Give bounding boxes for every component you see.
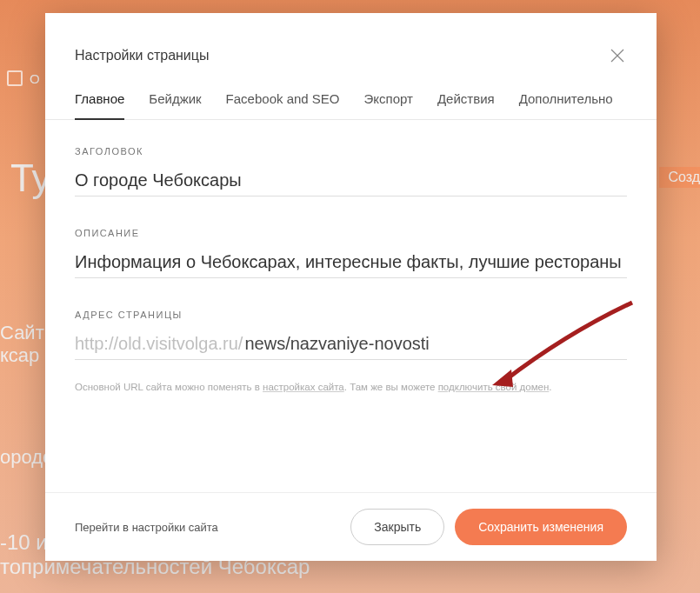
tab-export[interactable]: Экспорт — [364, 91, 413, 119]
tab-badge[interactable]: Бейджик — [149, 91, 201, 119]
go-to-site-settings-link[interactable]: Перейти в настройки сайта — [75, 521, 340, 534]
modal-title: Настройки страницы — [75, 48, 209, 63]
field-page-url: АДРЕС СТРАНИЦЫ http://old.visitvolga.ru/ — [75, 310, 627, 360]
hint-text-2: . Там же вы можете — [344, 382, 438, 392]
hint-link-connect-domain[interactable]: подключить свой домен — [438, 382, 550, 392]
bg-publish-fragment: О — [7, 71, 40, 88]
field-page-url-input[interactable] — [244, 329, 627, 359]
bg-create-fragment: Созд — [659, 167, 700, 188]
hint-text-3: . — [549, 382, 551, 392]
close-button[interactable]: Закрыть — [350, 509, 444, 545]
tab-additional[interactable]: Дополнительно — [519, 91, 613, 119]
modal-tabs: Главное Бейджик Facebook and SEO Экспорт… — [45, 65, 657, 120]
close-icon — [610, 48, 625, 63]
bg-site-fragment: Сайт ксар — [0, 322, 44, 367]
url-prefix: http://old.visitvolga.ru/ — [75, 329, 244, 359]
modal-close-button[interactable] — [608, 46, 627, 65]
field-title-label: ЗАГОЛОВОК — [75, 146, 627, 157]
hint-link-site-settings[interactable]: настройках сайта — [263, 382, 344, 392]
field-page-url-label: АДРЕС СТРАНИЦЫ — [75, 310, 627, 320]
field-title-input[interactable] — [75, 165, 627, 197]
save-button[interactable]: Сохранить изменения — [455, 509, 627, 545]
modal-header: Настройки страницы — [45, 13, 657, 65]
url-row: http://old.visitvolga.ru/ — [75, 329, 627, 360]
modal-footer: Перейти в настройки сайта Закрыть Сохран… — [45, 492, 657, 561]
url-hint: Основной URL сайта можно поменять в наст… — [75, 379, 627, 395]
page-settings-modal: Настройки страницы Главное Бейджик Faceb… — [45, 13, 657, 561]
field-title: ЗАГОЛОВОК — [75, 146, 627, 197]
hint-text-1: Основной URL сайта можно поменять в — [75, 382, 263, 392]
field-description-input[interactable] — [75, 247, 627, 278]
field-description: ОПИСАНИЕ — [75, 228, 627, 278]
modal-body: ЗАГОЛОВОК ОПИСАНИЕ АДРЕС СТРАНИЦЫ http:/… — [45, 120, 657, 492]
tab-actions[interactable]: Действия — [437, 91, 495, 119]
tab-seo[interactable]: Facebook and SEO — [226, 91, 340, 119]
field-description-label: ОПИСАНИЕ — [75, 228, 627, 238]
tab-main[interactable]: Главное — [75, 91, 124, 120]
